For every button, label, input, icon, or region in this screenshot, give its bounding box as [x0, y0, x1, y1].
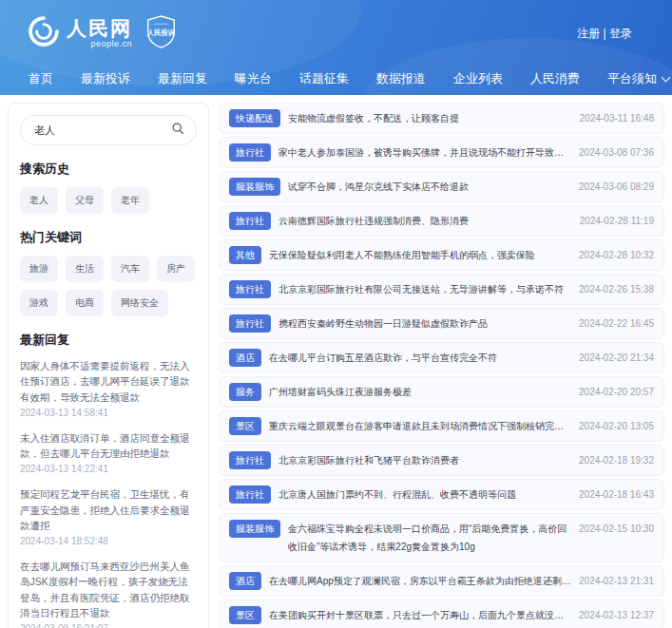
category-badge: 旅行社 [229, 314, 271, 333]
complaint-row-6[interactable]: 旅行社携程西安秦岭野生动物园一日游疑似虚假欺诈产品2024-02-22 16:4… [219, 308, 664, 339]
reply-text: 因家人身体不适需要提前返程，无法入住预订酒店，去哪儿网平台延误了退款有效期，导致… [20, 358, 197, 405]
hot-tag-6[interactable]: 网络安全 [111, 290, 168, 316]
complaint-timestamp: 2024-02-13 12:37 [579, 606, 654, 624]
hot-tag-2[interactable]: 汽车 [111, 256, 149, 282]
complaint-title: 安能物流虚假签收，不配送，让顾客自提 [288, 109, 572, 127]
sidebar: 搜索历史 老人父母老年 热门关键词 旅游生活汽车房产游戏电商网络安全 最新回复 … [8, 103, 209, 628]
category-badge: 景区 [229, 417, 261, 435]
complaint-timestamp: 2024-02-26 15:38 [579, 280, 654, 298]
nav-item-4[interactable]: 话题征集 [299, 70, 349, 87]
complaint-timestamp: 2024-02-20 21:34 [579, 349, 654, 367]
complaint-row-2[interactable]: 服装服饰试穿不合脚，鸿星尔克线下实体店不给退款2024-03-06 08:29 [219, 171, 664, 202]
nav-item-7[interactable]: 人民消费 [530, 70, 580, 87]
header-top: 人民网 people.cn 人民投诉 注册 | 登录 [0, 0, 672, 61]
people-complaint-shield-badge: 人民投诉 [145, 14, 177, 53]
complaint-timestamp: 2024-03-11 16:48 [580, 109, 654, 127]
complaint-title: 金六福珠宝导购全程未说明一口价商品，用“后期免费置换，高价回收旧金”等话术诱导，… [288, 520, 571, 556]
reply-timestamp: 2024-03-09 16:21:07 [20, 623, 197, 628]
nav-item-2[interactable]: 最新回复 [158, 70, 207, 87]
complaint-timestamp: 2024-02-22 16:45 [579, 314, 654, 333]
reply-timestamp: 2024-03-13 14:22:41 [20, 464, 197, 474]
category-badge: 服装服饰 [229, 178, 280, 196]
reply-item-2[interactable]: 预定同程艺龙平台民宿，卫生堪忧，有严重安全隐患，拒绝入住后要求全额退款遭拒202… [20, 486, 197, 546]
history-tag-2[interactable]: 老年 [111, 187, 149, 214]
complaint-title: 在去哪儿平台订购五星酒店欺诈，与平台宣传完全不符 [269, 349, 571, 367]
logo-name: 人民网 [67, 18, 132, 38]
complaint-title: 在去哪儿网App预定了观澜民宿，房东以平台霸王条款为由拒绝退还剩余费用 [269, 572, 571, 590]
complaint-row-8[interactable]: 服务广州塔财富码头珠江夜游服务极差2024-02-20 20:57 [219, 376, 664, 408]
complaint-timestamp: 2024-03-06 08:29 [579, 178, 654, 196]
hot-keywords-title: 热门关键词 [20, 229, 197, 246]
shield-badge-label: 人民投诉 [146, 28, 176, 36]
reply-item-0[interactable]: 因家人身体不适需要提前返程，无法入住预订酒店，去哪儿网平台延误了退款有效期，导致… [20, 358, 197, 418]
main-nav: 首页最新投诉最新回复曝光台话题征集数据报道企业列表人民消费平台须知 [0, 63, 672, 95]
category-badge: 其他 [229, 246, 261, 264]
category-badge: 酒店 [229, 572, 261, 590]
history-tag-1[interactable]: 父母 [66, 187, 104, 214]
complaint-timestamp: 2024-03-08 07:36 [579, 143, 654, 162]
category-badge: 快递配送 [229, 109, 280, 127]
complaint-title: 携程西安秦岭野生动物园一日游疑似虚假欺诈产品 [278, 314, 571, 333]
hot-tag-0[interactable]: 旅游 [20, 256, 58, 282]
complaint-row-5[interactable]: 旅行社北京京彩国际旅行社有限公司无接送站，无导游讲解等，与承诺不符2024-02… [219, 274, 664, 305]
reply-text: 未入住酒店取消订单，酒店同意全额退款，但去哪儿平台无理由拒绝退款 [20, 430, 197, 462]
reply-item-1[interactable]: 未入住酒店取消订单，酒店同意全额退款，但去哪儿平台无理由拒绝退款2024-03-… [20, 430, 197, 475]
complaint-title: 重庆云端之眼观景台在游客申请退款且未到场消费情况下强制核销完成订单 [269, 417, 571, 435]
complaint-row-3[interactable]: 旅行社云南德辉国际旅行社违规强制消费、隐形消费2024-02-28 11:19 [219, 205, 664, 237]
logo-domain: people.cn [67, 40, 132, 48]
hot-tag-4[interactable]: 游戏 [20, 290, 58, 316]
complaint-title: 云南德辉国际旅行社违规强制消费、隐形消费 [278, 212, 572, 230]
complaint-row-4[interactable]: 其他元保保险疑似利用老人不能熟练使用智能手机的弱点，强卖保险2024-02-28… [219, 239, 664, 271]
history-tag-0[interactable]: 老人 [20, 187, 58, 214]
complaint-timestamp: 2024-02-28 11:19 [580, 212, 654, 230]
search-input[interactable] [32, 124, 171, 137]
logo-text: 人民网 people.cn [67, 18, 132, 48]
reply-text: 预定同程艺龙平台民宿，卫生堪忧，有严重安全隐患，拒绝入住后要求全额退款遭拒 [20, 486, 197, 533]
search-box[interactable] [20, 115, 197, 145]
complaint-timestamp: 2024-02-28 10:32 [579, 246, 654, 264]
complaint-row-10[interactable]: 旅行社北京京彩国际旅行社和飞猪平台欺诈消费者2024-02-18 19:32 [219, 445, 664, 476]
nav-item-0[interactable]: 首页 [29, 70, 53, 87]
complaint-row-14[interactable]: 景区在美团购买开封十景区联票，只去过一个万寿山，后面九个景点就没法使用了2024… [219, 599, 664, 628]
reply-text: 在去哪儿网预订马来西亚沙巴州美人鱼岛JSK度假村一晚行程，孩子发烧无法登岛，并且… [20, 559, 197, 620]
category-badge: 旅行社 [229, 143, 271, 162]
search-icon[interactable] [171, 122, 184, 139]
content: 搜索历史 老人父母老年 热门关键词 旅游生活汽车房产游戏电商网络安全 最新回复 … [0, 95, 672, 628]
complaint-title: 北京京彩国际旅行社和飞猪平台欺诈消费者 [278, 451, 571, 469]
category-badge: 景区 [229, 606, 261, 624]
complaint-row-1[interactable]: 旅行社家中老人参加泰国游，被诱导购买佛牌，并且说现场不能打开导致无法验货，退货被… [219, 137, 664, 168]
complaint-row-0[interactable]: 快递配送安能物流虚假签收，不配送，让顾客自提2024-03-11 16:48 [219, 103, 664, 134]
nav-item-6[interactable]: 企业列表 [453, 70, 503, 87]
reply-item-3[interactable]: 在去哪儿网预订马来西亚沙巴州美人鱼岛JSK度假村一晚行程，孩子发烧无法登岛，并且… [20, 559, 197, 628]
search-history-tags: 老人父母老年 [20, 187, 197, 214]
nav-item-5[interactable]: 数据报道 [376, 70, 426, 87]
register-login-link[interactable]: 注册 | 登录 [577, 26, 632, 42]
reply-timestamp: 2024-03-14 18:52:48 [20, 536, 197, 546]
complaint-row-13[interactable]: 酒店在去哪儿网App预定了观澜民宿，房东以平台霸王条款为由拒绝退还剩余费用202… [219, 565, 664, 597]
complaint-timestamp: 2024-02-15 10:30 [579, 520, 654, 538]
complaint-title: 广州塔财富码头珠江夜游服务极差 [269, 383, 571, 401]
category-badge: 旅行社 [229, 212, 271, 230]
hot-tag-5[interactable]: 电商 [66, 290, 104, 316]
complaint-title: 北京唐人国旅门票约不到、行程混乱、收费不透明等问题 [278, 485, 571, 504]
complaint-title: 家中老人参加泰国游，被诱导购买佛牌，并且说现场不能打开导致无法验货，退货被拒 [278, 143, 571, 162]
complaint-title: 北京京彩国际旅行社有限公司无接送站，无导游讲解等，与承诺不符 [278, 280, 571, 298]
nav-item-1[interactable]: 最新投诉 [81, 70, 130, 87]
hot-tag-3[interactable]: 房产 [157, 256, 195, 282]
complaint-row-12[interactable]: 服装服饰金六福珠宝导购全程未说明一口价商品，用“后期免费置换，高价回收旧金”等话… [219, 513, 664, 562]
category-badge: 服务 [229, 383, 261, 401]
complaint-title: 试穿不合脚，鸿星尔克线下实体店不给退款 [288, 178, 571, 196]
complaint-timestamp: 2024-02-20 13:05 [579, 417, 654, 435]
complaint-row-11[interactable]: 旅行社北京唐人国旅门票约不到、行程混乱、收费不透明等问题2024-02-18 1… [219, 479, 664, 510]
complaint-list: 快递配送安能物流虚假签收，不配送，让顾客自提2024-03-11 16:48旅行… [219, 103, 664, 628]
people-cn-logo[interactable]: 人民网 people.cn [27, 14, 132, 52]
header: 人民网 people.cn 人民投诉 注册 | 登录 首页最新投诉最新回复曝光台… [0, 0, 672, 95]
search-history-title: 搜索历史 [20, 161, 197, 178]
complaint-row-9[interactable]: 景区重庆云端之眼观景台在游客申请退款且未到场消费情况下强制核销完成订单2024-… [219, 410, 664, 442]
complaint-row-7[interactable]: 酒店在去哪儿平台订购五星酒店欺诈，与平台宣传完全不符2024-02-20 21:… [219, 342, 664, 373]
complaint-timestamp: 2024-02-13 21:31 [579, 572, 654, 590]
nav-item-8[interactable]: 平台须知 [607, 70, 669, 87]
people-cn-logo-icon [27, 14, 61, 52]
hot-tag-1[interactable]: 生活 [66, 256, 104, 282]
nav-item-3[interactable]: 曝光台 [235, 70, 272, 87]
